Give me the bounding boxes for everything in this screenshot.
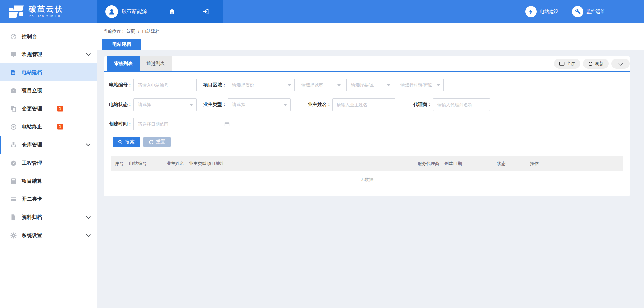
home-icon xyxy=(168,8,176,15)
calendar-icon xyxy=(224,121,230,127)
county-select[interactable]: 请选择县/区 xyxy=(346,79,394,91)
content-background: 审核列表 通过列表 全屏 xyxy=(97,50,644,308)
list-panel: 审核列表 通过列表 全屏 xyxy=(104,56,630,196)
sidebar-item-warehouse-mgmt[interactable]: 仓库管理 xyxy=(0,136,97,154)
sidebar-item-general-mgmt[interactable]: 常规管理 xyxy=(0,45,97,63)
station-status-label: 电站状态： xyxy=(104,102,132,108)
header-nav-group: 破茧新能源 xyxy=(97,0,223,23)
reset-button[interactable]: 重置 xyxy=(143,137,171,147)
signout-button[interactable] xyxy=(189,0,223,23)
filter-row-2: 电站状态： 请选择 业主类型： 请选择 业主姓名： 代理商： xyxy=(104,98,630,111)
gauge-icon xyxy=(10,160,17,166)
mode-station-build[interactable]: 电站建设 xyxy=(525,6,558,17)
sidebar-item-engineering-mgmt[interactable]: 工程管理 xyxy=(0,154,97,172)
village-select[interactable]: 请选择村镇/街道 xyxy=(396,79,444,91)
caret-down-icon xyxy=(284,104,287,106)
date-range-picker[interactable] xyxy=(133,118,233,130)
chevron-down-icon xyxy=(86,214,91,219)
top-bar: 破茧云伏 Po Jian Yun Fu 破茧新能源 xyxy=(0,0,644,23)
breadcrumb-separator: / xyxy=(138,29,139,34)
breadcrumb: 当前位置： 首页 / 电站建档 xyxy=(103,28,160,35)
sidebar-item-system-settings[interactable]: 系统设置 xyxy=(0,226,97,244)
filter-row-3: 创建时间： xyxy=(104,118,630,130)
archive-icon xyxy=(10,214,17,221)
tab-passed-list[interactable]: 通过列表 xyxy=(140,56,172,71)
user-icon xyxy=(108,8,115,15)
agent-input[interactable] xyxy=(433,98,490,111)
fullscreen-button[interactable]: 全屏 xyxy=(554,59,580,69)
signout-icon xyxy=(202,8,210,15)
column-header: 状态 xyxy=(497,161,530,167)
owner-type-label: 业主类型： xyxy=(197,102,227,108)
sidebar-item-console[interactable]: 控制台 xyxy=(0,27,97,45)
filter-actions: 搜索 重置 xyxy=(104,137,630,147)
station-status-select[interactable]: 请选择 xyxy=(133,98,197,111)
search-icon xyxy=(118,140,123,144)
calculator-icon xyxy=(10,178,17,184)
sidebar-item-type2-card[interactable]: 开二类卡 xyxy=(0,190,97,208)
created-time-label: 创建时间： xyxy=(104,121,132,127)
mode-monitor-ops-label: 监控运维 xyxy=(586,9,605,15)
logo-subtitle: Po Jian Yun Fu xyxy=(29,14,63,18)
station-no-input[interactable] xyxy=(133,79,197,91)
pages-icon xyxy=(10,105,17,112)
city-select[interactable]: 请选择城市 xyxy=(297,79,344,91)
document-icon xyxy=(10,69,17,76)
sidebar-item-project-settlement[interactable]: 项目结算 xyxy=(0,172,97,190)
column-header: 服务代理商 xyxy=(418,161,444,167)
owner-name-input[interactable] xyxy=(332,98,395,111)
user-menu[interactable]: 破茧新能源 xyxy=(97,0,155,23)
caret-down-icon xyxy=(437,84,440,86)
record-icon xyxy=(10,123,17,130)
column-header: 业主姓名 xyxy=(167,161,189,167)
header-mode-switch: 电站建设 监控运维 xyxy=(525,0,644,23)
mode-station-build-label: 电站建设 xyxy=(540,9,558,15)
gear-icon xyxy=(10,232,17,239)
logo-icon xyxy=(9,5,24,19)
caret-down-icon xyxy=(387,84,390,86)
owner-type-select[interactable]: 请选择 xyxy=(228,98,291,111)
page-tab[interactable]: 电站建档 xyxy=(102,39,141,50)
table-header-row: 序号 电站编号 业主姓名 业主类型 项目地址 服务代理商 创建日期 状态 操作 xyxy=(111,156,623,171)
mode-monitor-ops[interactable]: 监控运维 xyxy=(572,6,605,17)
caret-down-icon xyxy=(337,84,341,86)
main-content: 当前位置： 首页 / 电站建档 电站建档 审核列表 通过列表 xyxy=(97,23,644,308)
sidebar-item-change-mgmt[interactable]: 变更管理 1 xyxy=(0,100,97,118)
province-select[interactable]: 请选择省份 xyxy=(228,79,295,91)
wrench-icon xyxy=(572,6,583,17)
badge: 1 xyxy=(57,124,63,130)
avatar xyxy=(105,5,118,18)
owner-name-label: 业主姓名： xyxy=(291,102,331,108)
breadcrumb-home[interactable]: 首页 xyxy=(126,29,135,34)
search-button[interactable]: 搜索 xyxy=(113,137,140,147)
sidebar-item-station-archive[interactable]: 电站建档 xyxy=(0,63,97,81)
dashboard-icon xyxy=(10,33,17,40)
column-header: 业主类型 xyxy=(189,161,207,167)
card-icon xyxy=(10,196,17,202)
sidebar-item-project-initiation[interactable]: 项目立项 xyxy=(0,81,97,100)
breadcrumb-current: 电站建档 xyxy=(142,29,160,34)
chevron-down-icon xyxy=(86,51,91,56)
sidebar-item-station-termination[interactable]: 电站终止 1 xyxy=(0,118,97,136)
refresh-button[interactable]: 刷新 xyxy=(583,59,609,69)
panel-toolbar: 全屏 刷新 xyxy=(554,59,630,69)
app-root: 破茧云伏 Po Jian Yun Fu 破茧新能源 xyxy=(0,0,644,308)
station-no-label: 电站编号： xyxy=(104,82,132,88)
chevron-down-icon xyxy=(86,142,91,146)
chevron-down-icon xyxy=(86,232,91,237)
briefcase-icon xyxy=(10,87,17,94)
sidebar-item-data-archive[interactable]: 资料归档 xyxy=(0,208,97,226)
reset-icon xyxy=(149,140,154,145)
breadcrumb-prefix: 当前位置： xyxy=(103,29,125,34)
filter-row-1: 电站编号： 项目区域： 请选择省份 请选择城市 请选择县/区 xyxy=(104,79,630,91)
collapse-button[interactable] xyxy=(611,59,630,69)
date-range-input[interactable] xyxy=(133,118,233,130)
tab-review-list[interactable]: 审核列表 xyxy=(107,56,140,71)
monitor-icon xyxy=(10,51,17,58)
home-button[interactable] xyxy=(155,0,189,23)
column-header: 项目地址 xyxy=(207,161,418,167)
company-name: 破茧新能源 xyxy=(122,8,147,15)
lightning-icon xyxy=(525,6,537,17)
logo-title: 破茧云伏 xyxy=(29,5,63,13)
fullscreen-icon xyxy=(559,61,565,66)
